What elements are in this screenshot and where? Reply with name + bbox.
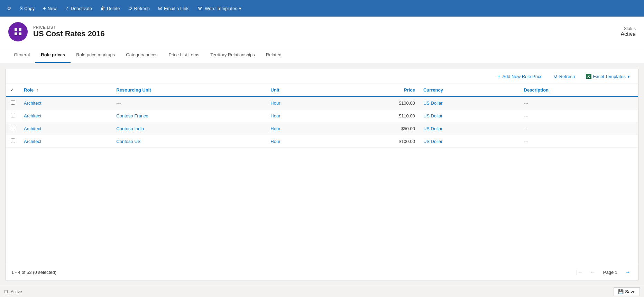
row-description: --- — [520, 122, 638, 135]
excel-templates-button[interactable]: X Excel Templates ▾ — [583, 73, 633, 80]
pagination-summary: 1 - 4 of 53 (0 selected) — [11, 270, 56, 275]
status-bar-icon: ☐ — [4, 289, 8, 294]
excel-dropdown-icon: ▾ — [627, 74, 630, 79]
pagination-controls: |← ← Page 1 → — [574, 268, 633, 277]
new-icon: + — [43, 6, 46, 11]
word-icon: W — [197, 6, 203, 11]
status-bar-right: 💾 Save — [614, 287, 640, 296]
word-templates-button[interactable]: W Word Templates ▾ — [193, 0, 246, 17]
status-bar-value: Active — [11, 289, 22, 294]
row-description: --- — [520, 135, 638, 148]
word-templates-dropdown-icon: ▾ — [239, 6, 241, 11]
settings-button[interactable]: ⚙ — [3, 0, 16, 17]
table-row: Architect --- Hour $100.00 US Dollar --- — [6, 96, 638, 109]
tabs-container: General Role prices Role price markups C… — [8, 47, 636, 63]
add-icon: + — [497, 73, 500, 79]
tab-role-prices[interactable]: Role prices — [35, 47, 71, 63]
tab-category-prices[interactable]: Category prices — [120, 47, 163, 63]
table-row: Architect Contoso India Hour $50.00 US D… — [6, 122, 638, 135]
row-currency[interactable]: US Dollar — [419, 96, 520, 109]
status-bar: ☐ Active 💾 Save — [0, 286, 644, 297]
col-header-unit[interactable]: Unit — [266, 84, 331, 96]
page-label: Page 1 — [600, 270, 620, 275]
col-header-price[interactable]: Price — [331, 84, 419, 96]
row-currency[interactable]: US Dollar — [419, 135, 520, 148]
settings-icon: ⚙ — [7, 6, 11, 11]
add-new-role-price-button[interactable]: + Add New Role Price — [495, 72, 545, 81]
svg-rect-1 — [19, 28, 21, 31]
col-header-currency[interactable]: Currency — [419, 84, 520, 96]
row-resourcing-unit[interactable]: --- — [112, 96, 266, 109]
col-header-description[interactable]: Description — [520, 84, 638, 96]
row-role[interactable]: Architect — [20, 122, 112, 135]
row-unit[interactable]: Hour — [266, 122, 331, 135]
tab-role-price-markups[interactable]: Role price markups — [71, 47, 120, 63]
deactivate-button[interactable]: ✓ Deactivate — [61, 0, 96, 17]
email-link-button[interactable]: ✉ Email a Link — [154, 0, 193, 17]
col-header-resourcing-unit[interactable]: Resourcing Unit — [112, 84, 266, 96]
main-toolbar: ⚙ ⎘ Copy + New ✓ Deactivate 🗑 Delete ↺ R… — [0, 0, 644, 17]
tab-price-list-items[interactable]: Price List Items — [163, 47, 205, 63]
first-page-button[interactable]: |← — [574, 268, 585, 277]
header-right: Status Active — [620, 26, 636, 37]
row-currency[interactable]: US Dollar — [419, 122, 520, 135]
role-prices-table: ✓ Role ↑ Resourcing Unit Unit Price Curr… — [6, 84, 638, 148]
record-header: PRICE LIST US Cost Rates 2016 Status Act… — [0, 17, 644, 47]
row-price: $110.00 — [331, 109, 419, 122]
tab-related[interactable]: Related — [260, 47, 287, 63]
row-description: --- — [520, 96, 638, 109]
copy-button[interactable]: ⎘ Copy — [16, 0, 39, 17]
row-resourcing-unit[interactable]: Contoso France — [112, 109, 266, 122]
table-body: Architect --- Hour $100.00 US Dollar ---… — [6, 96, 638, 148]
table-header-row: ✓ Role ↑ Resourcing Unit Unit Price Curr… — [6, 84, 638, 96]
main-content: + Add New Role Price ↺ Refresh X Excel T… — [0, 63, 644, 286]
row-price: $100.00 — [331, 96, 419, 109]
role-prices-table-container: + Add New Role Price ↺ Refresh X Excel T… — [6, 69, 638, 280]
select-all-checkbox-header[interactable]: ✓ — [6, 84, 20, 96]
pagination-bar: 1 - 4 of 53 (0 selected) |← ← Page 1 → — [6, 264, 638, 280]
row-unit[interactable]: Hour — [266, 135, 331, 148]
table-row: Architect Contoso US Hour $100.00 US Dol… — [6, 135, 638, 148]
email-icon: ✉ — [158, 6, 162, 11]
save-button[interactable]: 💾 Save — [614, 287, 640, 296]
row-role[interactable]: Architect — [20, 135, 112, 148]
tabs-section: General Role prices Role price markups C… — [0, 47, 644, 63]
next-page-button[interactable]: → — [623, 268, 633, 277]
table-row: Architect Contoso France Hour $110.00 US… — [6, 109, 638, 122]
save-icon: 💾 — [618, 289, 624, 294]
table-refresh-button[interactable]: ↺ Refresh — [551, 73, 578, 80]
row-unit[interactable]: Hour — [266, 96, 331, 109]
excel-icon: X — [586, 74, 591, 79]
col-header-role[interactable]: Role ↑ — [20, 84, 112, 96]
svg-rect-3 — [19, 32, 21, 35]
row-resourcing-unit[interactable]: Contoso India — [112, 122, 266, 135]
delete-icon: 🗑 — [100, 6, 105, 11]
row-role[interactable]: Architect — [20, 109, 112, 122]
row-checkbox[interactable] — [6, 122, 20, 135]
deactivate-icon: ✓ — [65, 6, 69, 11]
new-button[interactable]: + New — [39, 0, 61, 17]
table-toolbar: + Add New Role Price ↺ Refresh X Excel T… — [6, 69, 638, 84]
row-role[interactable]: Architect — [20, 96, 112, 109]
refresh-button[interactable]: ↺ Refresh — [124, 0, 154, 17]
row-checkbox[interactable] — [6, 96, 20, 109]
status-bar-left: ☐ Active — [4, 289, 22, 294]
record-title: US Cost Rates 2016 — [33, 29, 105, 38]
tab-general[interactable]: General — [8, 47, 35, 63]
delete-button[interactable]: 🗑 Delete — [96, 0, 124, 17]
copy-icon: ⎘ — [20, 6, 22, 11]
row-unit[interactable]: Hour — [266, 109, 331, 122]
row-description: --- — [520, 109, 638, 122]
sort-icon: ↑ — [36, 87, 39, 93]
record-type-label: PRICE LIST — [33, 25, 105, 29]
row-price: $50.00 — [331, 122, 419, 135]
avatar — [8, 22, 28, 41]
tab-territory-relationships[interactable]: Territory Relationships — [205, 47, 260, 63]
row-checkbox[interactable] — [6, 109, 20, 122]
prev-page-button[interactable]: ← — [588, 268, 598, 277]
header-left: PRICE LIST US Cost Rates 2016 — [8, 22, 105, 41]
row-resourcing-unit[interactable]: Contoso US — [112, 135, 266, 148]
row-checkbox[interactable] — [6, 135, 20, 148]
refresh-icon: ↺ — [128, 6, 132, 11]
row-currency[interactable]: US Dollar — [419, 109, 520, 122]
